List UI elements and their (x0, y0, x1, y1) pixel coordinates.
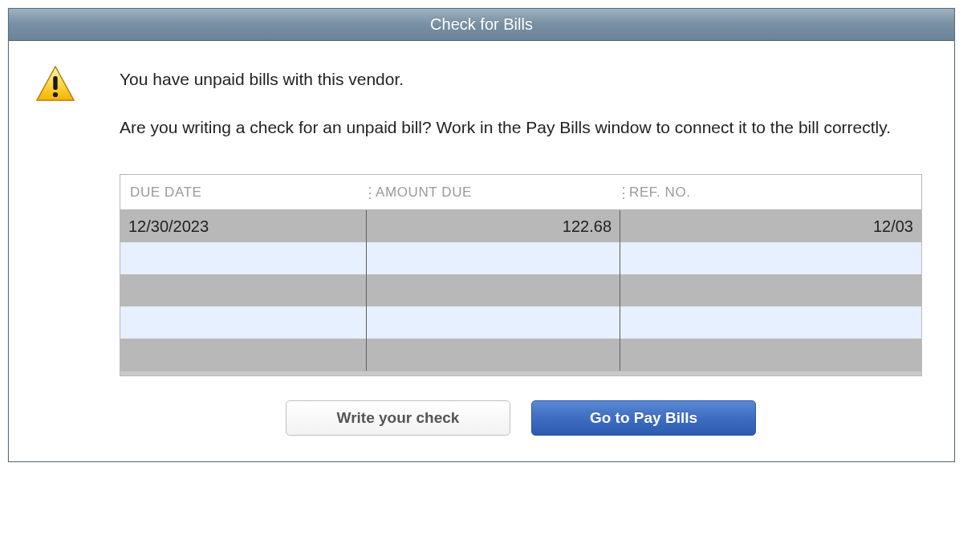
table-row[interactable] (120, 306, 921, 339)
dialog-titlebar: Check for Bills (9, 9, 954, 41)
button-label: Go to Pay Bills (590, 409, 697, 427)
column-header-label: DUE DATE (130, 185, 202, 201)
cell-ref-no (620, 274, 921, 306)
cell-ref-no (620, 339, 921, 371)
cell-due-date (120, 242, 366, 274)
table-row[interactable] (120, 274, 921, 306)
dialog-title: Check for Bills (430, 15, 533, 34)
message-main: You have unpaid bills with this vendor. (120, 70, 922, 89)
cell-ref-no (620, 306, 921, 339)
table-row[interactable] (120, 339, 921, 371)
table-row[interactable] (120, 242, 921, 274)
dialog-content: You have unpaid bills with this vendor. … (9, 41, 954, 461)
cell-due-date (120, 339, 366, 371)
cell-due-date (120, 306, 366, 339)
cell-amount-due (366, 306, 620, 339)
go-to-pay-bills-button[interactable]: Go to Pay Bills (531, 400, 756, 436)
table-row[interactable]: 12/30/2023 122.68 12/03 (120, 210, 921, 242)
cell-amount-due (366, 339, 620, 371)
cell-due-date (120, 274, 366, 306)
warning-icon (33, 62, 78, 102)
svg-rect-1 (53, 76, 57, 90)
column-header-label: AMOUNT DUE (376, 185, 472, 201)
cell-due-date: 12/30/2023 (120, 210, 366, 242)
table-footer-strip (120, 371, 921, 375)
bills-table: DUE DATE ⋮ AMOUNT DUE ⋮ REF. NO. (120, 174, 922, 376)
column-header-label: REF. NO. (629, 185, 691, 201)
message-sub: Are you writing a check for an unpaid bi… (120, 116, 922, 139)
button-label: Write your check (337, 409, 460, 427)
cell-ref-no: 12/03 (620, 210, 921, 242)
column-header-due-date[interactable]: DUE DATE (120, 175, 366, 209)
column-header-ref-no[interactable]: ⋮ REF. NO. (620, 175, 921, 209)
column-header-amount-due[interactable]: ⋮ AMOUNT DUE (366, 175, 620, 209)
write-your-check-button[interactable]: Write your check (286, 400, 510, 436)
table-header-row: DUE DATE ⋮ AMOUNT DUE ⋮ REF. NO. (120, 175, 921, 210)
dialog-button-row: Write your check Go to Pay Bills (120, 400, 922, 436)
cell-amount-due (366, 242, 620, 274)
cell-ref-no (620, 242, 921, 274)
dialog-window: Check for Bills (8, 8, 955, 462)
table-body: 12/30/2023 122.68 12/03 (120, 210, 921, 371)
svg-point-2 (53, 92, 58, 97)
cell-amount-due: 122.68 (366, 210, 620, 242)
cell-amount-due (366, 274, 620, 306)
